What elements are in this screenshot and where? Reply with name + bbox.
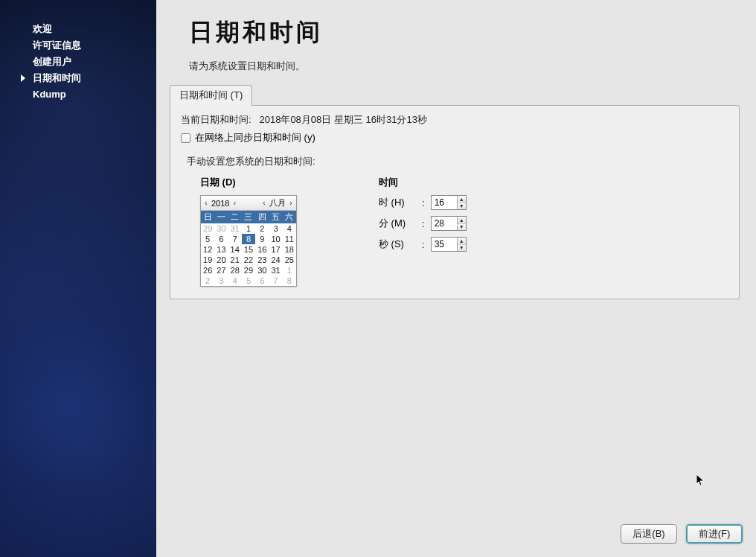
- calendar-nav: ‹ 2018 › ‹ 八月 ›: [201, 196, 296, 211]
- minute-label: 分 (M): [379, 217, 416, 230]
- calendar-day[interactable]: 14: [228, 244, 242, 255]
- network-sync-row: 在网络上同步日期和时间 (y): [181, 131, 728, 144]
- calendar-day[interactable]: 7: [269, 276, 282, 286]
- current-datetime-row: 当前日期和时间: 2018年08月08日 星期三 16时31分13秒: [181, 113, 728, 127]
- hour-input[interactable]: [432, 196, 457, 209]
- calendar-day[interactable]: 21: [228, 255, 242, 265]
- calendar-day[interactable]: 30: [214, 223, 228, 234]
- calendar-day[interactable]: 3: [214, 276, 228, 286]
- calendar-weekday: 六: [283, 211, 296, 223]
- manual-set-label: 手动设置您系统的日期和时间:: [187, 155, 728, 168]
- calendar-day[interactable]: 6: [255, 276, 269, 286]
- hour-row: 时 (H) : ▲ ▼: [379, 195, 467, 210]
- minute-spinner: ▲ ▼: [431, 216, 467, 231]
- sidebar-item-license[interactable]: 许可证信息: [0, 37, 156, 54]
- current-datetime-label: 当前日期和时间:: [181, 114, 252, 125]
- calendar-day[interactable]: 19: [201, 255, 214, 265]
- minute-row: 分 (M) : ▲ ▼: [379, 216, 467, 231]
- calendar-day[interactable]: 17: [269, 244, 282, 255]
- hour-spinner: ▲ ▼: [431, 195, 467, 210]
- calendar-day[interactable]: 20: [214, 255, 228, 265]
- calendar-weekday: 三: [242, 211, 255, 223]
- calendar-day[interactable]: 7: [228, 234, 242, 244]
- minute-colon: :: [422, 218, 425, 229]
- time-section-label: 时间: [379, 176, 467, 189]
- sidebar-item-datetime[interactable]: 日期和时间: [0, 70, 156, 86]
- minute-input[interactable]: [432, 217, 457, 230]
- page-subtitle: 请为系统设置日期和时间。: [189, 60, 744, 73]
- second-up-button[interactable]: ▲: [458, 238, 466, 245]
- network-sync-checkbox[interactable]: [181, 133, 190, 143]
- calendar-day[interactable]: 31: [228, 223, 242, 234]
- calendar-day[interactable]: 5: [201, 234, 214, 244]
- hour-down-button[interactable]: ▼: [458, 203, 466, 210]
- minute-up-button[interactable]: ▲: [458, 217, 466, 224]
- second-spinner: ▲ ▼: [431, 237, 467, 252]
- calendar-day[interactable]: 29: [242, 265, 255, 276]
- calendar-day[interactable]: 27: [214, 265, 228, 276]
- calendar-day[interactable]: 31: [269, 265, 282, 276]
- calendar-weekday-row: 日一二三四五六: [201, 211, 296, 223]
- datetime-panel: 当前日期和时间: 2018年08月08日 星期三 16时31分13秒 在网络上同…: [170, 105, 740, 299]
- sidebar-item-create-user[interactable]: 创建用户: [0, 54, 156, 70]
- sidebar-item-kdump[interactable]: Kdump: [0, 86, 156, 103]
- calendar-day[interactable]: 18: [283, 244, 296, 255]
- calendar-day[interactable]: 1: [242, 223, 255, 234]
- calendar-year: 2018: [211, 199, 229, 208]
- calendar-day[interactable]: 11: [283, 234, 296, 244]
- calendar-day[interactable]: 28: [228, 265, 242, 276]
- calendar-day[interactable]: 8: [283, 276, 296, 286]
- page-title: 日期和时间: [189, 16, 744, 49]
- calendar-day[interactable]: 30: [255, 265, 269, 276]
- second-input[interactable]: [432, 238, 457, 251]
- hour-up-button[interactable]: ▲: [458, 196, 466, 203]
- calendar-month: 八月: [269, 197, 286, 209]
- calendar-day[interactable]: 4: [228, 276, 242, 286]
- calendar-day[interactable]: 5: [242, 276, 255, 286]
- calendar-day[interactable]: 2: [255, 223, 269, 234]
- calendar-day[interactable]: 22: [242, 255, 255, 265]
- calendar-day[interactable]: 16: [255, 244, 269, 255]
- year-prev-button[interactable]: ‹: [202, 198, 210, 209]
- calendar-weekday: 四: [255, 211, 269, 223]
- footer-buttons: 后退(B) 前进(F): [621, 524, 743, 544]
- calendar-day[interactable]: 2: [201, 276, 214, 286]
- calendar-grid: 日一二三四五六 29303112345678910111213141516171…: [201, 211, 296, 286]
- calendar-day[interactable]: 1: [283, 265, 296, 276]
- current-datetime-value: 2018年08月08日 星期三 16时31分13秒: [259, 114, 426, 125]
- calendar-weekday: 五: [269, 211, 282, 223]
- calendar-day[interactable]: 10: [269, 234, 282, 244]
- calendar: ‹ 2018 › ‹ 八月 › 日一二三四五六: [200, 195, 297, 287]
- calendar-day[interactable]: 15: [242, 244, 255, 255]
- tab-datetime[interactable]: 日期和时间 (T): [170, 85, 252, 106]
- back-button[interactable]: 后退(B): [621, 524, 677, 544]
- network-sync-label: 在网络上同步日期和时间 (y): [195, 131, 315, 144]
- year-next-button[interactable]: ›: [231, 198, 238, 209]
- calendar-day[interactable]: 3: [269, 223, 282, 234]
- sidebar-item-welcome[interactable]: 欢迎: [0, 21, 156, 37]
- month-next-button[interactable]: ›: [287, 198, 295, 209]
- hour-colon: :: [422, 197, 425, 209]
- month-prev-button[interactable]: ‹: [260, 198, 268, 209]
- calendar-weekday: 日: [201, 211, 214, 223]
- calendar-day[interactable]: 12: [201, 244, 214, 255]
- calendar-weekday: 二: [228, 211, 242, 223]
- calendar-weekday: 一: [214, 211, 228, 223]
- calendar-day[interactable]: 8: [242, 234, 255, 244]
- calendar-day[interactable]: 29: [201, 223, 214, 234]
- second-down-button[interactable]: ▼: [458, 245, 466, 252]
- calendar-day[interactable]: 13: [214, 244, 228, 255]
- calendar-day[interactable]: 6: [214, 234, 228, 244]
- minute-down-button[interactable]: ▼: [458, 224, 466, 231]
- calendar-day[interactable]: 24: [269, 255, 282, 265]
- calendar-day[interactable]: 4: [283, 223, 296, 234]
- second-colon: :: [422, 239, 425, 250]
- date-column: 日期 (D) ‹ 2018 › ‹ 八月 ›: [200, 176, 297, 287]
- calendar-day[interactable]: 26: [201, 265, 214, 276]
- calendar-day[interactable]: 9: [255, 234, 269, 244]
- calendar-day[interactable]: 25: [283, 255, 296, 265]
- forward-button[interactable]: 前进(F): [686, 524, 743, 544]
- calendar-day[interactable]: 23: [255, 255, 269, 265]
- second-row: 秒 (S) : ▲ ▼: [379, 237, 467, 252]
- hour-label: 时 (H): [379, 196, 416, 209]
